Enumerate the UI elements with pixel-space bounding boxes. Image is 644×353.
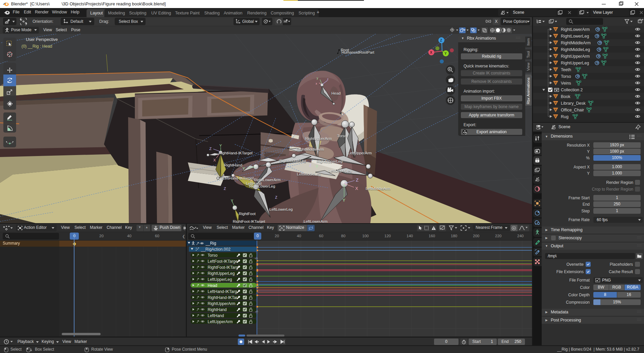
svg-text:Y: Y [316,164,318,168]
svg-text:RightLowerLeg: RightLowerLeg [249,184,275,188]
svg-text:X: X [213,158,216,162]
svg-text:Z: Z [275,195,277,199]
svg-text:RightFoot-IKTarg: RightFoot-IKTarg [208,265,238,270]
svg-text:X: X [430,51,432,54]
svg-text:RightFoot: RightFoot [239,212,256,216]
svg-text:y: y [317,77,318,80]
svg-text:LeftLowerLeg: LeftLowerLeg [269,207,293,211]
svg-text:User Perspective: User Perspective [26,37,58,42]
svg-text:Z: Z [440,39,442,42]
svg-text:LeftHand-IKTarget: LeftHand-IKTarget [222,176,254,180]
svg-text:RightMiddleArm: RightMiddleArm [561,41,591,45]
svg-text:RightUpperLeg: RightUpperLeg [561,61,589,65]
svg-text:Y: Y [219,144,222,148]
svg-text:Y: Y [243,166,245,170]
svg-text:Rug: Rug [561,114,569,119]
svg-text:Head: Head [331,91,341,95]
svg-text:LeftUpperArm: LeftUpperArm [348,151,372,155]
svg-text:LeftMiddleArm: LeftMiddleArm [366,187,390,191]
svg-text:RightUpperArm: RightUpperArm [208,301,235,306]
svg-text:Z: Z [224,187,226,191]
svg-text:X: X [355,186,358,191]
svg-text:RightUpperLeg: RightUpperLeg [317,159,342,163]
svg-text:Z: Z [309,163,312,167]
svg-text:Y: Y [342,198,345,203]
svg-text:RightUpperLeg: RightUpperLeg [208,271,235,276]
svg-text:RightMiddleLeg: RightMiddleLeg [561,47,590,52]
svg-text:RightUpperArm: RightUpperArm [305,137,332,141]
svg-text:RightLowerLeg: RightLowerLeg [561,34,589,39]
svg-text:Office_Chair: Office_Chair [561,108,584,112]
svg-text:RightHand: RightHand [224,163,242,167]
svg-text:RightHand-IKTarget: RightHand-IKTarget [219,151,253,155]
svg-text:Y: Y [231,199,233,203]
svg-text:Torso: Torso [208,253,218,258]
svg-text:RightUpperArm: RightUpperArm [561,54,590,59]
svg-text:Torso: Torso [337,134,346,138]
svg-text:RightMiddleLeg: RightMiddleLeg [279,159,306,163]
svg-text:Library_Desk: Library_Desk [561,101,586,106]
svg-text:RightLowerArm: RightLowerArm [254,178,280,182]
svg-text:RightLowerArm: RightLowerArm [561,27,590,32]
svg-text:Z: Z [356,178,359,183]
svg-text:Collection 2: Collection 2 [561,88,583,92]
svg-text:Z: Z [209,147,212,151]
svg-text:x: x [316,82,317,85]
svg-text:Book: Book [561,94,571,99]
svg-text:Teeth: Teeth [561,67,571,72]
svg-text:LeftFoot-IKTarge: LeftFoot-IKTarge [208,259,238,264]
svg-text:Y: Y [444,52,447,55]
svg-text:HumanoidRootPart: HumanoidRootPart [341,50,375,54]
svg-text:Head: Head [208,283,217,288]
svg-text:LeftUpperArm: LeftUpperArm [208,319,233,324]
svg-text:(0) __Rig : Head: (0) __Rig : Head [21,44,52,49]
svg-text:RightMiddleArm: RightMiddleArm [297,147,324,151]
svg-text:z: z [327,78,329,81]
svg-text:LeftHand-IKTarg: LeftHand-IKTarg [208,289,237,294]
svg-text:__RigAction.002: __RigAction.002 [201,247,230,252]
svg-text:Torso: Torso [561,74,571,79]
svg-text:LeftUpperLeg: LeftUpperLeg [208,277,232,282]
svg-text:LeftMiddleLeg: LeftMiddleLeg [297,172,321,176]
svg-text:RightHand: RightHand [208,307,227,312]
svg-text:__Rig: __Rig [205,241,216,246]
svg-text:LeftUpperLeg: LeftUpperLeg [329,169,352,173]
svg-text:RightHand-IKTar: RightHand-IKTar [208,295,237,300]
svg-text:LeftHand: LeftHand [208,313,224,318]
svg-text:Veins: Veins [561,81,571,86]
